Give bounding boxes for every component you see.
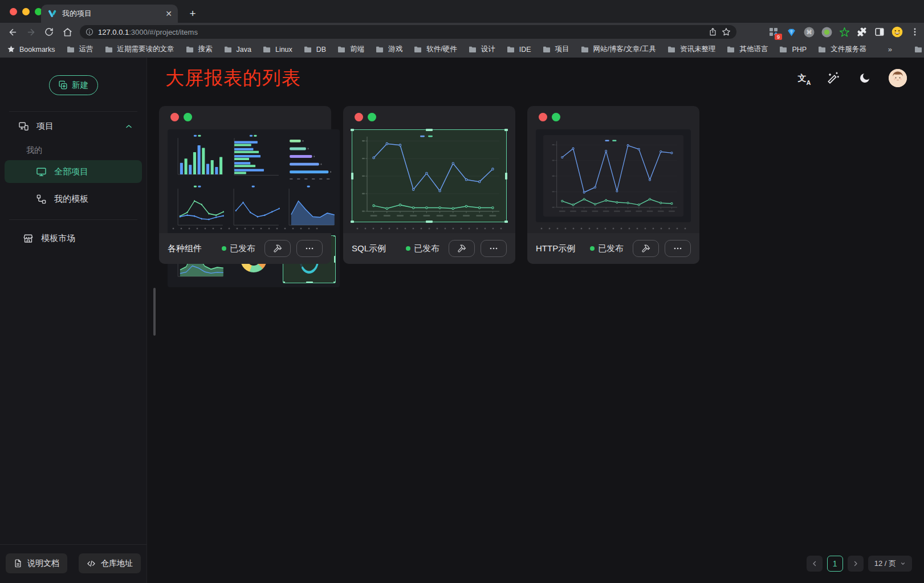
vue-devtools-star-icon[interactable] <box>838 26 850 38</box>
user-avatar[interactable] <box>889 69 907 87</box>
scrollbar-thumb[interactable] <box>153 288 156 336</box>
bookmark-folder[interactable]: 运营 <box>66 44 93 54</box>
tab-strip: 我的项目 ✕ + <box>0 0 924 23</box>
back-button[interactable] <box>5 24 21 40</box>
new-project-button[interactable]: 新建 <box>49 75 98 95</box>
store-icon <box>23 233 34 244</box>
status-label: 已发布 <box>414 243 439 254</box>
dark-mode-button[interactable] <box>857 71 872 85</box>
project-card[interactable]: SQL示例 已发布 <box>343 106 515 264</box>
selection-handle[interactable] <box>426 129 433 131</box>
other-bookmarks[interactable]: 其他书签 <box>914 44 924 54</box>
sidebar-item-template-market[interactable]: 模板市场 <box>5 227 142 250</box>
browser-tab[interactable]: 我的项目 ✕ <box>41 5 178 23</box>
share-icon[interactable] <box>709 27 717 36</box>
new-tab-button[interactable]: + <box>186 7 200 21</box>
chevron-up-icon[interactable] <box>125 123 133 131</box>
selection-handle[interactable] <box>351 173 353 180</box>
bookmark-folder[interactable]: 前端 <box>337 44 364 54</box>
project-card[interactable]: HTTP示例 已发布 <box>527 106 699 264</box>
bookmark-folder[interactable]: IDE <box>506 44 531 54</box>
profile-avatar-icon[interactable] <box>892 26 903 38</box>
card-dots <box>170 113 192 121</box>
more-button[interactable] <box>665 240 691 257</box>
scripts-extension-icon[interactable]: 9 <box>768 26 779 38</box>
edit-button[interactable] <box>264 240 291 257</box>
page-size-select[interactable]: 12 / 页 <box>868 556 912 572</box>
prev-page-button[interactable] <box>807 556 823 572</box>
mini-chart-line2 <box>172 184 225 232</box>
project-card-list: 25.00% 各种组件 已发布 SQL示例 已发布 <box>159 106 924 264</box>
selection-handle[interactable] <box>351 221 354 223</box>
bookmark-folder[interactable]: Java <box>223 44 251 54</box>
page-number-button[interactable]: 1 <box>827 556 843 572</box>
edit-button[interactable] <box>449 240 475 257</box>
next-page-button[interactable] <box>848 556 864 572</box>
theme-color-button[interactable] <box>826 71 841 85</box>
recorder-extension-icon[interactable] <box>821 26 832 38</box>
bookmark-folder[interactable]: 软件/硬件 <box>413 44 457 54</box>
bookmarks-bar: Bookmarks 运营 近期需要读的文章 搜索 Java Linux DB 前… <box>0 41 924 58</box>
sidebar-item-all-projects[interactable]: 全部项目 <box>5 160 142 183</box>
browser-menu-icon[interactable] <box>909 26 921 38</box>
project-card[interactable]: 25.00% 各种组件 已发布 <box>159 106 331 264</box>
dotted-separator <box>172 227 319 230</box>
pagination: 1 12 / 页 <box>807 556 912 572</box>
bookmark-folder[interactable]: 文件服务器 <box>817 44 866 54</box>
bookmark-folder-label: 游戏 <box>388 44 402 54</box>
monitor-icon <box>36 166 47 177</box>
url-bar[interactable]: 127.0.0.1:3000/#/project/items <box>80 25 736 39</box>
minimize-window-button[interactable] <box>22 8 30 15</box>
mini-chart-hgrad <box>283 133 336 181</box>
bookmark-folder[interactable]: 设计 <box>468 44 495 54</box>
close-window-button[interactable] <box>10 8 17 15</box>
command-extension-icon[interactable]: ⌘ <box>803 26 815 38</box>
bookmark-star-icon[interactable] <box>722 27 731 36</box>
folder-icon <box>667 45 676 54</box>
magic-wand-icon <box>827 72 840 84</box>
bookmark-folder[interactable]: 项目 <box>542 44 569 54</box>
bookmark-folder[interactable]: 游戏 <box>375 44 402 54</box>
project-title: HTTP示例 <box>536 243 584 254</box>
sidebar-item-my-templates[interactable]: 我的模板 <box>5 187 142 210</box>
bookmark-folder[interactable]: 网站/博客/文章/工具 <box>580 44 656 54</box>
reload-button[interactable] <box>41 24 57 40</box>
selection-handle[interactable] <box>351 129 354 131</box>
bookmark-folder-label: 资讯未整理 <box>680 44 716 54</box>
ellipsis-icon <box>305 244 314 253</box>
sidebar-item-label: 模板市场 <box>41 233 75 244</box>
bookmark-folder[interactable]: PHP <box>779 44 807 54</box>
selection-handle[interactable] <box>504 129 508 131</box>
more-button[interactable] <box>296 240 323 257</box>
docs-button[interactable]: 说明文档 <box>6 553 67 573</box>
status-badge: 已发布 <box>406 243 439 254</box>
bookmark-folder-label: IDE <box>519 46 531 54</box>
side-panel-icon[interactable] <box>874 26 885 38</box>
bookmarks-overflow-chevron[interactable]: » <box>888 45 892 54</box>
bookmark-folder[interactable]: 其他语言 <box>726 44 768 54</box>
home-button[interactable] <box>59 24 75 40</box>
sidebar-group-project[interactable]: 项目 <box>18 121 133 132</box>
repo-button[interactable]: 仓库地址 <box>79 553 141 573</box>
bookmark-folder-list: 运营 近期需要读的文章 搜索 Java Linux DB 前端 游戏 软件/硬件… <box>66 44 866 54</box>
bookmark-folder[interactable]: Linux <box>262 44 292 54</box>
card-dots <box>355 113 376 121</box>
selection-handle[interactable] <box>426 221 433 223</box>
bookmarks-root[interactable]: Bookmarks <box>7 45 55 54</box>
site-info-icon[interactable] <box>86 28 93 36</box>
language-toggle-button[interactable]: 文A <box>795 71 809 85</box>
hammer-icon <box>457 244 466 253</box>
bookmark-folder[interactable]: 近期需要读的文章 <box>104 44 174 54</box>
gem-extension-icon[interactable] <box>785 26 797 38</box>
tab-close-icon[interactable]: ✕ <box>165 10 172 18</box>
edit-button[interactable] <box>633 240 659 257</box>
folder-icon <box>779 45 788 54</box>
bookmark-folder[interactable]: 资讯未整理 <box>667 44 716 54</box>
selection-handle[interactable] <box>504 221 508 223</box>
bookmark-folder[interactable]: 搜索 <box>185 44 213 54</box>
extensions-puzzle-icon[interactable] <box>856 26 868 38</box>
bookmark-folder[interactable]: DB <box>303 44 326 54</box>
more-button[interactable] <box>481 240 507 257</box>
forward-button[interactable] <box>23 24 39 40</box>
selection-handle[interactable] <box>505 173 507 180</box>
